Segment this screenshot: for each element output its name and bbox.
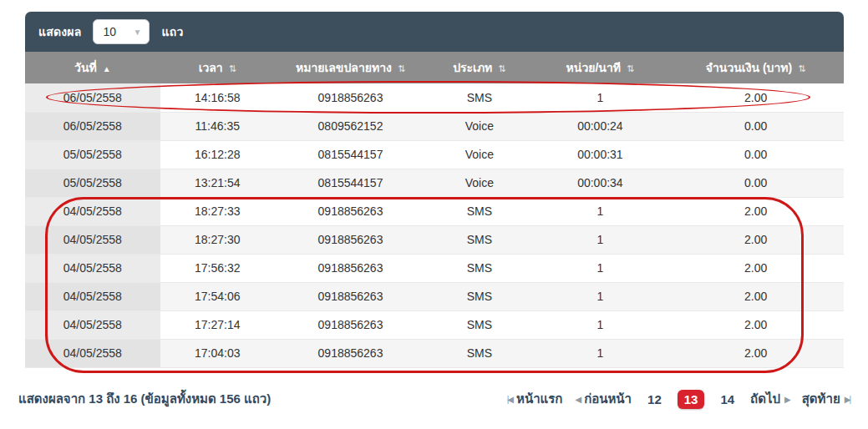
results-summary: แสดงผลจาก 13 ถึง 16 (ข้อมูลทั้งหมด 156 แ…: [18, 389, 271, 409]
table-cell: 04/05/2558: [25, 197, 160, 225]
table-cell: SMS: [426, 310, 532, 339]
table-cell: Voice: [426, 112, 532, 140]
table-row[interactable]: 06/05/255814:16:580918856263SMS12.00: [25, 83, 844, 112]
usage-table: วันที่▲เวลา⇅หมายเลขปลายทาง⇅ประเภท⇅หน่วย/…: [25, 52, 844, 368]
usage-table-panel: แสดงผล 10 ▼ แถว วันที่▲เวลา⇅หมายเลขปลายท…: [25, 12, 844, 368]
page-number-active[interactable]: 13: [678, 390, 705, 409]
column-label: วันที่: [74, 61, 97, 74]
table-row[interactable]: 04/05/255817:04:030918856263SMS12.00: [25, 339, 844, 367]
table-cell: 11:46:35: [160, 112, 275, 140]
prev-page-label: ก่อนหน้า: [584, 389, 632, 409]
table-cell: 2.00: [667, 83, 844, 112]
table-row[interactable]: 04/05/255817:56:320918856263SMS12.00: [25, 254, 844, 282]
table-row[interactable]: 04/05/255817:54:060918856263SMS12.00: [25, 282, 844, 310]
table-cell: 0918856263: [275, 83, 426, 112]
table-cell: 2.00: [667, 282, 844, 310]
chevron-down-icon: ▼: [134, 28, 142, 37]
table-cell: 1: [533, 83, 668, 112]
last-page-button[interactable]: สุดท้าย ▶|: [802, 389, 850, 409]
table-cell: 0918856263: [275, 282, 426, 310]
show-results-label: แสดงผล: [38, 23, 81, 41]
table-cell: 0918856263: [275, 225, 426, 254]
prev-page-icon: ◀: [575, 395, 580, 404]
last-page-icon: ▶|: [845, 395, 850, 404]
table-cell: 2.00: [667, 339, 844, 367]
column-header[interactable]: วันที่▲: [25, 52, 160, 83]
table-cell: 16:12:28: [160, 140, 275, 169]
table-cell: 2.00: [667, 310, 844, 339]
table-cell: 1: [533, 282, 668, 310]
table-toolbar: แสดงผล 10 ▼ แถว: [25, 12, 844, 52]
page-numbers: 121314: [644, 390, 738, 409]
table-body: 06/05/255814:16:580918856263SMS12.0006/0…: [25, 83, 844, 367]
table-cell: 1: [533, 225, 668, 254]
sort-both-icon: ⇅: [229, 63, 236, 73]
rows-per-page-select[interactable]: 10 ▼: [93, 19, 150, 44]
sort-both-icon: ⇅: [498, 63, 505, 73]
table-cell: 0815544157: [275, 140, 426, 169]
table-row[interactable]: 06/05/255811:46:350809562152Voice00:00:2…: [25, 112, 844, 140]
table-row[interactable]: 05/05/255816:12:280815544157Voice00:00:3…: [25, 140, 844, 169]
table-cell: 04/05/2558: [25, 254, 160, 282]
table-cell: 0815544157: [275, 169, 426, 197]
table-row[interactable]: 04/05/255818:27:300918856263SMS12.00: [25, 225, 844, 254]
column-label: หมายเลขปลายทาง: [296, 61, 392, 74]
table-cell: SMS: [426, 83, 532, 112]
table-cell: 0918856263: [275, 197, 426, 225]
rows-suffix-label: แถว: [161, 23, 183, 41]
column-label: หน่วย/นาที: [566, 61, 621, 74]
table-cell: 06/05/2558: [25, 112, 160, 140]
table-cell: 17:27:14: [160, 310, 275, 339]
pagination: |◀ หน้าแรก ◀ ก่อนหน้า 121314 ถัดไป ▶ สุด…: [507, 389, 850, 409]
table-cell: 18:27:30: [160, 225, 275, 254]
table-cell: 2.00: [667, 225, 844, 254]
next-page-button[interactable]: ถัดไป ▶: [750, 389, 789, 409]
prev-page-button[interactable]: ◀ ก่อนหน้า: [575, 389, 632, 409]
first-page-label: หน้าแรก: [516, 389, 562, 409]
next-page-label: ถัดไป: [750, 389, 780, 409]
table-cell: 1: [533, 197, 668, 225]
column-header[interactable]: หมายเลขปลายทาง⇅: [275, 52, 426, 83]
sort-both-icon: ⇅: [627, 63, 634, 73]
table-cell: 04/05/2558: [25, 339, 160, 367]
sort-both-icon: ⇅: [398, 63, 405, 73]
table-row[interactable]: 04/05/255817:27:140918856263SMS12.00: [25, 310, 844, 339]
table-cell: 2.00: [667, 197, 844, 225]
column-header[interactable]: จำนวนเงิน (บาท)⇅: [667, 52, 844, 83]
table-cell: 0.00: [667, 112, 844, 140]
table-cell: Voice: [426, 140, 532, 169]
table-cell: 17:56:32: [160, 254, 275, 282]
table-cell: 14:16:58: [160, 83, 275, 112]
table-cell: 0.00: [667, 169, 844, 197]
table-cell: 0918856263: [275, 310, 426, 339]
table-row[interactable]: 05/05/255813:21:540815544157Voice00:00:3…: [25, 169, 844, 197]
column-header[interactable]: ประเภท⇅: [426, 52, 532, 83]
table-cell: 1: [533, 310, 668, 339]
first-page-icon: |◀: [507, 395, 512, 404]
next-page-icon: ▶: [784, 395, 789, 404]
table-cell: Voice: [426, 169, 532, 197]
column-header[interactable]: หน่วย/นาที⇅: [533, 52, 668, 83]
usage-report-page: แสดงผล 10 ▼ แถว วันที่▲เวลา⇅หมายเลขปลายท…: [0, 0, 868, 429]
table-cell: 04/05/2558: [25, 310, 160, 339]
column-label: จำนวนเงิน (บาท): [706, 61, 792, 74]
table-row[interactable]: 04/05/255818:27:330918856263SMS12.00: [25, 197, 844, 225]
table-cell: 00:00:31: [533, 140, 668, 169]
table-cell: 17:54:06: [160, 282, 275, 310]
table-cell: SMS: [426, 225, 532, 254]
page-number[interactable]: 12: [644, 391, 665, 408]
table-cell: 05/05/2558: [25, 140, 160, 169]
page-number[interactable]: 14: [717, 391, 738, 408]
first-page-button[interactable]: |◀ หน้าแรก: [507, 389, 563, 409]
column-label: ประเภท: [453, 61, 492, 74]
sort-both-icon: ⇅: [798, 63, 805, 73]
table-cell: 0.00: [667, 140, 844, 169]
table-cell: SMS: [426, 197, 532, 225]
table-cell: 0809562152: [275, 112, 426, 140]
table-cell: 1: [533, 254, 668, 282]
rows-per-page-value: 10: [103, 25, 116, 38]
column-header[interactable]: เวลา⇅: [160, 52, 275, 83]
table-cell: 00:00:24: [533, 112, 668, 140]
column-label: เวลา: [199, 61, 223, 74]
sort-asc-icon: ▲: [103, 64, 111, 73]
